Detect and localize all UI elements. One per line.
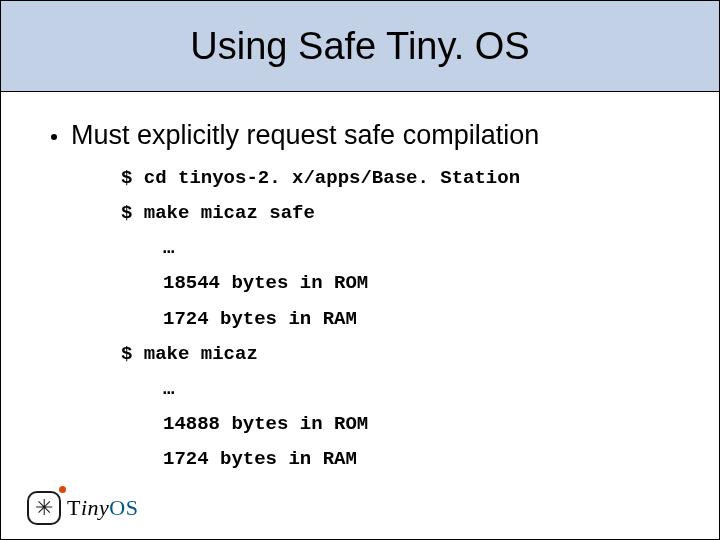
code-line: …	[121, 231, 679, 266]
logo-letter: T	[67, 495, 81, 520]
code-line: 18544 bytes in ROM	[121, 266, 679, 301]
logo-letter: OS	[109, 495, 138, 520]
logo-letter: iny	[81, 495, 109, 520]
bullet-dot-icon	[51, 134, 57, 140]
logo-text: TinyOS	[67, 495, 138, 521]
slide: Using Safe Tiny. OS Must explicitly requ…	[0, 0, 720, 540]
title-band: Using Safe Tiny. OS	[1, 1, 719, 92]
slide-title: Using Safe Tiny. OS	[190, 25, 529, 68]
code-line: …	[121, 372, 679, 407]
code-line: $ cd tinyos-2. x/apps/Base. Station	[121, 161, 679, 196]
code-block: $ cd tinyos-2. x/apps/Base. Station $ ma…	[121, 161, 679, 477]
code-line: $ make micaz safe	[121, 196, 679, 231]
logo-mark-icon: ✳	[27, 491, 61, 525]
bullet-text: Must explicitly request safe compilation	[71, 120, 539, 151]
code-line: 1724 bytes in RAM	[121, 302, 679, 337]
code-line: 1724 bytes in RAM	[121, 442, 679, 477]
code-line: $ make micaz	[121, 337, 679, 372]
tinyos-logo: ✳ TinyOS	[27, 491, 138, 525]
bullet-item: Must explicitly request safe compilation	[51, 120, 679, 151]
code-line: 14888 bytes in ROM	[121, 407, 679, 442]
slide-body: Must explicitly request safe compilation…	[1, 92, 719, 477]
